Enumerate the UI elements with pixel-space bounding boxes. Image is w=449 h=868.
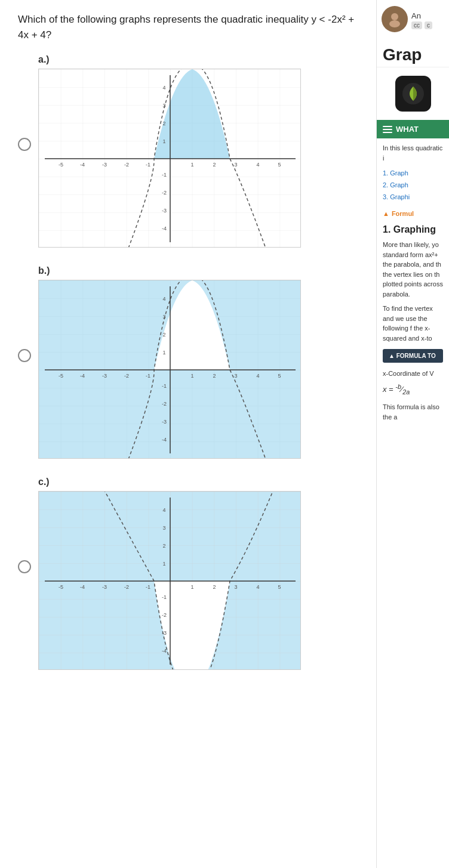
svg-text:3: 3 (234, 584, 237, 590)
svg-text:2: 2 (213, 584, 216, 590)
svg-text:2: 2 (213, 373, 216, 379)
intro-text: In this less quadratic i (377, 138, 449, 168)
svg-text:-3: -3 (102, 584, 107, 590)
svg-text:4: 4 (162, 296, 165, 302)
svg-text:-5: -5 (59, 584, 63, 590)
option-content-b: b.) (38, 265, 364, 459)
svg-text:3: 3 (234, 162, 237, 168)
menu-icon (383, 126, 392, 133)
svg-text:2: 2 (213, 162, 216, 168)
svg-text:-5: -5 (59, 162, 63, 168)
svg-text:-1: -1 (146, 162, 150, 168)
option-content-a: a.) (38, 54, 364, 248)
user-name: An (411, 11, 432, 20)
svg-point-66 (391, 13, 398, 20)
svg-text:4: 4 (256, 584, 259, 590)
svg-text:-2: -2 (162, 190, 167, 196)
app-title: Grap (377, 41, 449, 67)
svg-text:-4: -4 (162, 648, 167, 654)
badge-c: c (425, 21, 432, 29)
body-text-1: More than likely, yo standard form ax²+ … (377, 237, 449, 301)
svg-text:1: 1 (190, 162, 193, 168)
formula-box-label: FORMULA TO (396, 353, 436, 359)
option-row-c: c.) (18, 477, 364, 670)
option-row-b: b.) (18, 265, 364, 459)
svg-text:-3: -3 (162, 208, 167, 214)
svg-text:4: 4 (162, 85, 165, 91)
list-item-1[interactable]: 1. Graph (383, 168, 443, 180)
formula-label: Formul (392, 210, 414, 217)
formula-math: x = -b⁄2a (383, 382, 443, 397)
svg-text:3: 3 (234, 373, 237, 379)
svg-text:4: 4 (256, 373, 259, 379)
svg-text:5: 5 (278, 373, 281, 379)
svg-text:2: 2 (162, 543, 165, 549)
graph-a: -1 -2 -3 -4 -5 1 2 3 4 5 1 2 3 4 -1 -2 (38, 69, 301, 248)
svg-text:1: 1 (190, 584, 193, 590)
sidebar-list: 1. Graph 2. Graph 3. Graphi (377, 168, 449, 208)
svg-text:-1: -1 (146, 584, 150, 590)
body-text-2: To find the vertex and we use the follow… (377, 301, 449, 345)
svg-text:-3: -3 (102, 373, 107, 379)
svg-text:-2: -2 (124, 162, 129, 168)
svg-text:3: 3 (162, 103, 165, 109)
svg-text:-1: -1 (162, 172, 167, 178)
formula-box-icon: ▲ (389, 353, 396, 359)
list-item-2[interactable]: 2. Graph (383, 180, 443, 191)
section-header: WHAT (377, 120, 449, 138)
svg-text:-3: -3 (162, 419, 167, 425)
graph-c: -1 -2 -3 -4 -5 1 2 3 4 5 1 2 3 4 -1 -2 - (38, 491, 301, 670)
svg-text:-2: -2 (124, 584, 129, 590)
svg-text:-1: -1 (146, 373, 150, 379)
radio-a[interactable] (18, 138, 31, 151)
badge-cc: cc (411, 21, 422, 29)
svg-text:4: 4 (256, 162, 259, 168)
svg-text:-3: -3 (102, 162, 107, 168)
svg-text:1: 1 (190, 373, 193, 379)
svg-text:1: 1 (162, 350, 165, 356)
svg-text:-4: -4 (80, 162, 85, 168)
svg-text:-2: -2 (124, 373, 129, 379)
svg-text:3: 3 (162, 314, 165, 320)
app-icon[interactable] (395, 76, 431, 112)
svg-text:2: 2 (162, 121, 165, 126)
avatar (382, 6, 408, 32)
sidebar: An cc c Grap WHAT In this less quadratic… (376, 0, 449, 868)
svg-text:4: 4 (162, 507, 165, 513)
list-item-3[interactable]: 3. Graphi (383, 191, 443, 203)
formula-box: ▲ FORMULA TO (383, 349, 443, 363)
svg-text:-4: -4 (162, 226, 167, 231)
radio-b[interactable] (18, 349, 31, 362)
question-text: Which of the following graphs represents… (18, 12, 364, 42)
svg-text:-5: -5 (59, 373, 63, 379)
heading-graphing: 1. Graphing (377, 220, 449, 237)
svg-text:-2: -2 (162, 612, 167, 618)
formula-row: ▲ Formul (377, 208, 449, 220)
formula-content: x-Coordinate of V x = -b⁄2a (377, 366, 449, 400)
svg-text:-1: -1 (162, 594, 167, 600)
radio-c[interactable] (18, 560, 31, 573)
svg-text:-4: -4 (80, 584, 85, 590)
section-header-text: WHAT (396, 125, 419, 134)
svg-text:-1: -1 (162, 383, 167, 389)
svg-text:5: 5 (278, 162, 281, 168)
svg-text:1: 1 (162, 561, 165, 567)
svg-text:1: 1 (162, 138, 165, 144)
sidebar-top: An cc c (377, 0, 449, 41)
badge-row: cc c (411, 21, 432, 29)
svg-text:-4: -4 (162, 437, 167, 443)
option-content-c: c.) (38, 477, 364, 670)
formula-caption: x-Coordinate of V (383, 369, 443, 379)
svg-text:5: 5 (278, 584, 281, 590)
svg-text:-4: -4 (80, 373, 85, 379)
svg-text:-2: -2 (162, 401, 167, 407)
svg-point-67 (389, 20, 400, 27)
main-content: Which of the following graphs represents… (0, 0, 376, 868)
option-label-c: c.) (38, 477, 364, 487)
option-label-a: a.) (38, 54, 364, 65)
option-label-b: b.) (38, 265, 364, 276)
formula-icon: ▲ (383, 210, 389, 217)
footer-text: This formula is also the a (377, 400, 449, 424)
svg-text:2: 2 (162, 332, 165, 338)
option-row-a: a.) (18, 54, 364, 248)
